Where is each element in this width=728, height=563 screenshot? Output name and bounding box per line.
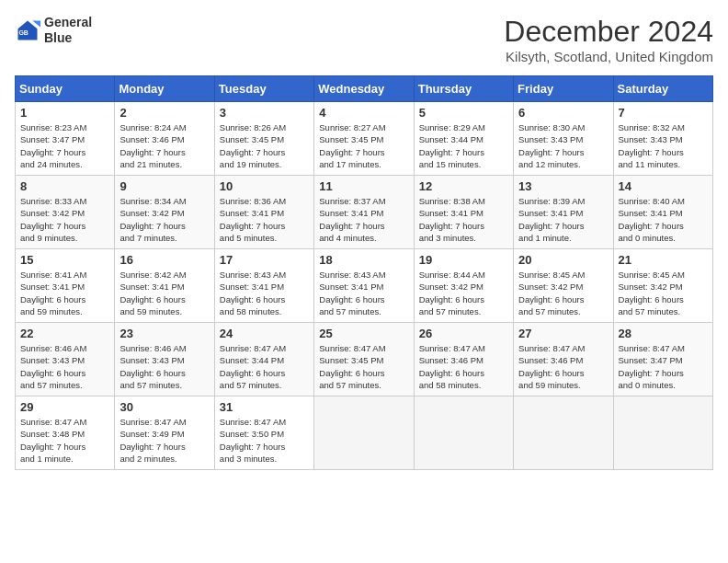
day-info: Sunrise: 8:47 AM Sunset: 3:45 PM Dayligh… [319, 342, 408, 391]
calendar-cell: 23Sunrise: 8:46 AM Sunset: 3:43 PM Dayli… [115, 323, 214, 396]
day-number: 3 [220, 106, 309, 120]
day-info: Sunrise: 8:47 AM Sunset: 3:48 PM Dayligh… [20, 416, 109, 465]
calendar-cell: 3Sunrise: 8:26 AM Sunset: 3:45 PM Daylig… [214, 102, 313, 176]
header-cell-wednesday: Wednesday [314, 76, 414, 102]
week-row: 29Sunrise: 8:47 AM Sunset: 3:48 PM Dayli… [16, 396, 713, 470]
day-number: 21 [619, 253, 708, 267]
calendar-cell: 27Sunrise: 8:47 AM Sunset: 3:46 PM Dayli… [514, 323, 613, 396]
day-number: 22 [20, 327, 109, 340]
day-number: 20 [518, 253, 608, 267]
day-info: Sunrise: 8:33 AM Sunset: 3:42 PM Dayligh… [20, 195, 109, 244]
day-info: Sunrise: 8:41 AM Sunset: 3:41 PM Dayligh… [20, 269, 109, 317]
day-info: Sunrise: 8:30 AM Sunset: 3:43 PM Dayligh… [518, 121, 608, 170]
day-info: Sunrise: 8:47 AM Sunset: 3:44 PM Dayligh… [220, 342, 309, 391]
day-number: 28 [619, 327, 708, 340]
day-info: Sunrise: 8:29 AM Sunset: 3:44 PM Dayligh… [419, 121, 508, 170]
day-number: 24 [220, 327, 309, 340]
header-cell-friday: Friday [514, 76, 613, 102]
day-info: Sunrise: 8:34 AM Sunset: 3:42 PM Dayligh… [119, 195, 209, 244]
day-info: Sunrise: 8:46 AM Sunset: 3:43 PM Dayligh… [119, 342, 209, 391]
day-info: Sunrise: 8:39 AM Sunset: 3:41 PM Dayligh… [518, 195, 608, 244]
calendar-cell: 13Sunrise: 8:39 AM Sunset: 3:41 PM Dayli… [514, 176, 613, 249]
day-info: Sunrise: 8:47 AM Sunset: 3:50 PM Dayligh… [220, 416, 309, 465]
week-row: 1Sunrise: 8:23 AM Sunset: 3:47 PM Daylig… [16, 102, 713, 176]
header-cell-saturday: Saturday [613, 76, 712, 102]
calendar-cell [414, 396, 513, 470]
header-cell-tuesday: Tuesday [214, 76, 313, 102]
header-cell-thursday: Thursday [414, 76, 513, 102]
calendar-cell: 24Sunrise: 8:47 AM Sunset: 3:44 PM Dayli… [214, 323, 313, 396]
day-info: Sunrise: 8:43 AM Sunset: 3:41 PM Dayligh… [319, 269, 408, 317]
calendar-body: 1Sunrise: 8:23 AM Sunset: 3:47 PM Daylig… [16, 102, 713, 470]
calendar-cell [314, 396, 414, 470]
calendar-cell: 26Sunrise: 8:47 AM Sunset: 3:46 PM Dayli… [414, 323, 513, 396]
day-info: Sunrise: 8:42 AM Sunset: 3:41 PM Dayligh… [119, 269, 209, 317]
day-info: Sunrise: 8:26 AM Sunset: 3:45 PM Dayligh… [220, 121, 309, 170]
page-header: GB General Blue December 2024 Kilsyth, S… [15, 15, 713, 64]
calendar-cell: 20Sunrise: 8:45 AM Sunset: 3:42 PM Dayli… [514, 249, 613, 323]
day-info: Sunrise: 8:47 AM Sunset: 3:46 PM Dayligh… [518, 342, 608, 391]
title-block: December 2024 Kilsyth, Scotland, United … [504, 15, 713, 64]
calendar-cell: 16Sunrise: 8:42 AM Sunset: 3:41 PM Dayli… [115, 249, 214, 323]
day-number: 18 [319, 253, 408, 267]
day-info: Sunrise: 8:24 AM Sunset: 3:46 PM Dayligh… [119, 121, 209, 170]
day-number: 12 [419, 179, 508, 193]
day-number: 27 [518, 327, 608, 340]
calendar-cell: 17Sunrise: 8:43 AM Sunset: 3:41 PM Dayli… [214, 249, 313, 323]
day-info: Sunrise: 8:32 AM Sunset: 3:43 PM Dayligh… [619, 121, 708, 170]
calendar-cell: 25Sunrise: 8:47 AM Sunset: 3:45 PM Dayli… [314, 323, 414, 396]
calendar-cell: 2Sunrise: 8:24 AM Sunset: 3:46 PM Daylig… [115, 102, 214, 176]
day-number: 4 [319, 106, 408, 120]
calendar-cell: 18Sunrise: 8:43 AM Sunset: 3:41 PM Dayli… [314, 249, 414, 323]
day-number: 26 [419, 327, 508, 340]
header-row: SundayMondayTuesdayWednesdayThursdayFrid… [16, 76, 713, 102]
day-info: Sunrise: 8:47 AM Sunset: 3:47 PM Dayligh… [619, 342, 708, 391]
day-number: 10 [220, 179, 309, 193]
day-number: 11 [319, 179, 408, 193]
calendar-cell: 5Sunrise: 8:29 AM Sunset: 3:44 PM Daylig… [414, 102, 513, 176]
day-info: Sunrise: 8:45 AM Sunset: 3:42 PM Dayligh… [518, 269, 608, 317]
logo-text: General Blue [44, 15, 92, 46]
day-number: 7 [619, 106, 708, 120]
calendar-cell: 14Sunrise: 8:40 AM Sunset: 3:41 PM Dayli… [613, 176, 712, 249]
calendar-cell [514, 396, 613, 470]
day-info: Sunrise: 8:44 AM Sunset: 3:42 PM Dayligh… [419, 269, 508, 317]
day-number: 16 [119, 253, 209, 267]
day-number: 17 [220, 253, 309, 267]
day-info: Sunrise: 8:47 AM Sunset: 3:46 PM Dayligh… [419, 342, 508, 391]
svg-text:GB: GB [18, 29, 28, 36]
day-info: Sunrise: 8:40 AM Sunset: 3:41 PM Dayligh… [619, 195, 708, 244]
calendar-cell: 21Sunrise: 8:45 AM Sunset: 3:42 PM Dayli… [613, 249, 712, 323]
calendar-table: SundayMondayTuesdayWednesdayThursdayFrid… [15, 75, 713, 470]
logo: GB General Blue [15, 15, 92, 46]
day-number: 13 [518, 179, 608, 193]
day-number: 9 [119, 179, 209, 193]
day-number: 25 [319, 327, 408, 340]
day-number: 23 [119, 327, 209, 340]
day-info: Sunrise: 8:47 AM Sunset: 3:49 PM Dayligh… [119, 416, 209, 465]
day-info: Sunrise: 8:27 AM Sunset: 3:45 PM Dayligh… [319, 121, 408, 170]
calendar-cell: 8Sunrise: 8:33 AM Sunset: 3:42 PM Daylig… [16, 176, 115, 249]
calendar-cell: 1Sunrise: 8:23 AM Sunset: 3:47 PM Daylig… [16, 102, 115, 176]
day-info: Sunrise: 8:43 AM Sunset: 3:41 PM Dayligh… [220, 269, 309, 317]
day-info: Sunrise: 8:45 AM Sunset: 3:42 PM Dayligh… [619, 269, 708, 317]
day-number: 29 [20, 400, 109, 414]
day-info: Sunrise: 8:37 AM Sunset: 3:41 PM Dayligh… [319, 195, 408, 244]
day-number: 14 [619, 179, 708, 193]
calendar-cell: 6Sunrise: 8:30 AM Sunset: 3:43 PM Daylig… [514, 102, 613, 176]
header-cell-monday: Monday [115, 76, 214, 102]
calendar-cell: 31Sunrise: 8:47 AM Sunset: 3:50 PM Dayli… [214, 396, 313, 470]
day-number: 5 [419, 106, 508, 120]
day-number: 30 [119, 400, 209, 414]
month-title: December 2024 [504, 15, 713, 49]
calendar-header: SundayMondayTuesdayWednesdayThursdayFrid… [16, 76, 713, 102]
day-number: 19 [419, 253, 508, 267]
day-info: Sunrise: 8:46 AM Sunset: 3:43 PM Dayligh… [20, 342, 109, 391]
calendar-cell: 11Sunrise: 8:37 AM Sunset: 3:41 PM Dayli… [314, 176, 414, 249]
day-number: 31 [220, 400, 309, 414]
week-row: 8Sunrise: 8:33 AM Sunset: 3:42 PM Daylig… [16, 176, 713, 249]
calendar-cell: 7Sunrise: 8:32 AM Sunset: 3:43 PM Daylig… [613, 102, 712, 176]
day-info: Sunrise: 8:38 AM Sunset: 3:41 PM Dayligh… [419, 195, 508, 244]
logo-icon: GB [15, 17, 40, 43]
day-number: 8 [20, 179, 109, 193]
